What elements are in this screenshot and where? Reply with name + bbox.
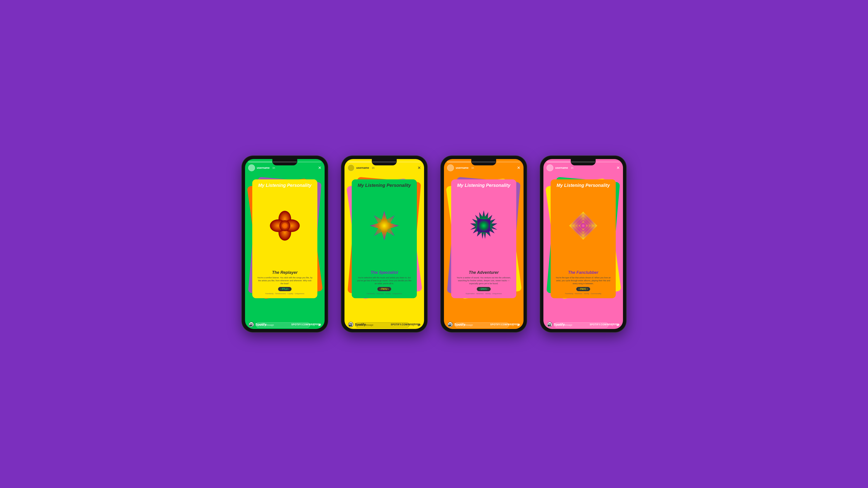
phone-adventurer: username 1h ✕ My Listening Personality [441,156,527,332]
close-icon-2[interactable]: ✕ [417,165,421,170]
ig-message-input-3[interactable]: Send Message [455,322,509,328]
story-username-2: username [356,166,369,169]
personality-name-3: The Adventurer [456,270,512,275]
story-bars-3 [447,162,520,162]
heart-icon-4[interactable]: ♡ [611,322,614,327]
ig-message-input-1[interactable]: Send Message [256,322,310,328]
personality-desc-2: You're selective with the music and arti… [356,276,412,285]
ig-bottom-1: 📷 Send Message ♡ ➤ [245,321,324,329]
phone-screen-3: username 1h ✕ My Listening Personality [444,159,524,329]
personality-traits-4: Familiarity · Newness · Variety · Common… [555,293,611,295]
story-username-4: username [555,166,568,169]
story-bar [596,162,620,162]
avatar-4 [547,164,553,171]
card-front-3: The Adventurer You're a seeker of sound.… [451,180,516,298]
camera-icon-2[interactable]: 📷 [348,322,353,328]
personality-desc-1: You're a comfort listener. You stick wit… [257,276,313,285]
camera-icon-3[interactable]: 📷 [447,322,453,328]
card-image-area-4 [554,183,612,268]
heart-icon-2[interactable]: ♡ [412,322,415,327]
story-user-info-4: username 1h [547,164,574,171]
story-title-3: My Listening Personality [444,171,524,188]
personality-desc-4: You're the type of fan that artists drea… [555,276,611,285]
story-user-row-4: username 1h ✕ [547,164,620,171]
card-text-area-3: The Adventurer You're a seeker of sound.… [455,270,513,295]
story-bar [298,162,321,162]
ig-message-input-2[interactable]: Send Message [355,322,409,328]
svg-point-5 [282,223,287,228]
personality-desc-3: You're a seeker of sound. You venture ou… [456,276,512,285]
story-user-info-2: username 1h [348,164,375,171]
card-stack-1: The Replayer You're a comfort listener. … [249,180,321,308]
card-image-area-2 [355,183,413,268]
phone-fanclubber: username 1h ✕ My Listening Personality [540,156,626,332]
story-time-4: 1h [571,166,574,169]
story-bars-1 [248,162,321,162]
card-stack-4: The Fanclubber You're the type of fan th… [547,180,619,308]
personality-code-3: • ENVU • [477,287,491,291]
ig-bottom-4: 📷 Send Message ♡ ➤ [544,321,623,329]
shape-sun-icon [468,210,500,241]
story-header-4: username 1h ✕ [544,159,623,173]
phone-screen-1: username 1h ✕ My Listening Personality [245,159,324,329]
story-header-1: username 1h ✕ [245,159,324,173]
card-text-area-2: The Specialist You're selective with the… [355,270,413,295]
personality-code-2: • FNVU • [377,287,391,291]
story-header-2: username 1h ✕ [344,159,424,173]
personality-traits-3: Exploration · Newness · Variety · Unique… [456,293,512,295]
story-title-1: My Listening Personality [245,171,324,188]
ig-bottom-2: 📷 Send Message ♡ ➤ [344,321,424,329]
card-text-area-4: The Fanclubber You're the type of fan th… [554,270,612,295]
camera-icon-1[interactable]: 📷 [248,322,254,328]
phone-screen-4: username 1h ✕ My Listening Personality [544,159,623,329]
story-username-3: username [456,166,469,169]
phone-screen-2: username 1h ✕ My Listening Personality [344,159,424,329]
story-header-3: username 1h ✕ [444,159,524,173]
personality-traits-1: Familiarity · Timelessness · Loyalty · U… [257,293,313,295]
close-icon-3[interactable]: ✕ [517,165,520,170]
story-bar [348,162,372,162]
story-title-4: My Listening Personality [544,171,623,188]
send-icon-1[interactable]: ➤ [318,322,321,327]
ig-message-bar-3: 📷 Send Message ♡ ➤ [444,321,524,329]
ig-message-input-4[interactable]: Send Message [554,322,608,328]
heart-icon-1[interactable]: ♡ [312,322,316,327]
story-time-3: 1h [471,166,474,169]
ig-message-bar-1: 📷 Send Message ♡ ➤ [245,321,324,329]
story-bar [496,162,520,162]
personality-traits-2: Familiarity · Newness · Variety · Unique… [356,293,412,295]
heart-icon-3[interactable]: ♡ [511,322,515,327]
send-icon-3[interactable]: ➤ [517,322,520,327]
card-image-area-1 [256,183,314,268]
personality-code-4: • FNVC • [576,287,590,291]
ig-bottom-3: 📷 Send Message ♡ ➤ [444,321,524,329]
card-front-4: The Fanclubber You're the type of fan th… [551,180,616,298]
shape-diamond-icon [567,210,599,241]
send-icon-2[interactable]: ➤ [417,322,421,327]
story-user-row-1: username 1h ✕ [248,164,321,171]
card-image-area-3 [455,183,513,268]
close-icon-1[interactable]: ✕ [318,165,321,170]
story-title-2: My Listening Personality [344,171,424,188]
story-time-1: 1h [272,166,275,169]
send-icon-4[interactable]: ➤ [616,322,620,327]
story-bar [571,162,595,162]
shape-star-icon [368,210,400,241]
ig-message-bar-2: 📷 Send Message ♡ ➤ [344,321,424,329]
ig-message-bar-4: 📷 Send Message ♡ ➤ [544,321,623,329]
camera-icon-4[interactable]: 📷 [547,322,552,328]
story-user-row-2: username 1h ✕ [348,164,421,171]
story-bar [372,162,396,162]
story-bar [472,162,496,162]
card-front-2: The Specialist You're selective with the… [352,180,417,298]
card-stack-2: The Specialist You're selective with the… [348,180,421,308]
story-bars-2 [348,162,421,162]
story-user-row-3: username 1h ✕ [447,164,520,171]
close-icon-4[interactable]: ✕ [616,165,620,170]
story-bar [397,162,421,162]
personality-name-4: The Fanclubber [555,270,611,275]
phone-specialist: username 1h ✕ My Listening Personality [341,156,427,332]
story-bar [447,162,471,162]
story-bar [273,162,297,162]
card-stack-3: The Adventurer You're a seeker of sound.… [447,180,520,308]
